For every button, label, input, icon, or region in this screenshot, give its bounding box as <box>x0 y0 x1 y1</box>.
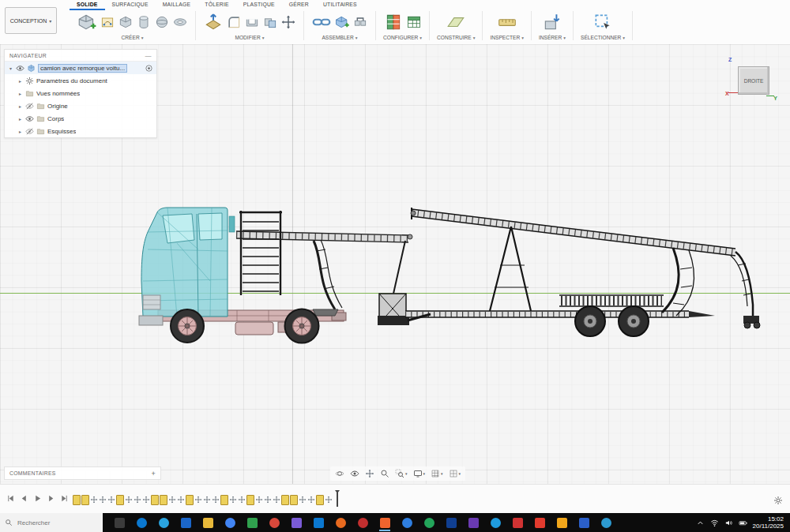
zoom-window-button[interactable]: ▾ <box>395 469 408 478</box>
eye-off-icon[interactable] <box>25 102 34 111</box>
timeline-feature-28[interactable] <box>307 494 315 505</box>
timeline-feature-23[interactable] <box>264 494 272 505</box>
navigator-header[interactable]: NAVIGATEUR — <box>5 50 156 62</box>
taskbar-app-8[interactable] <box>267 514 281 531</box>
taskbar-app-21[interactable] <box>555 514 569 531</box>
tree-caret-icon[interactable]: ▸ <box>17 78 23 84</box>
taskbar-app-1[interactable] <box>112 514 126 531</box>
torus-button[interactable] <box>172 14 188 30</box>
insert-button[interactable] <box>542 12 562 32</box>
taskbar-app-23[interactable] <box>599 514 613 531</box>
press-pull-button[interactable] <box>203 12 224 32</box>
group-label-s-lectionner[interactable]: SÉLECTIONNER▾ <box>581 35 625 40</box>
taskbar-app-20[interactable] <box>532 514 547 531</box>
taskbar-app-16[interactable] <box>444 514 458 531</box>
collapse-icon[interactable]: — <box>145 52 152 59</box>
navigator-item-esquisses[interactable]: ▸Esquisses <box>5 125 156 137</box>
step-back-button[interactable] <box>20 494 28 503</box>
group-label-cr-er[interactable]: CRÉER▾ <box>122 35 144 40</box>
taskbar-app-10[interactable] <box>311 514 325 531</box>
tab-plastique[interactable]: PLASTIQUE <box>236 0 282 10</box>
taskbar-app-14[interactable] <box>400 514 414 531</box>
workspace-selector[interactable]: CONCEPTION ▾ <box>5 7 57 34</box>
timeline-feature-26[interactable] <box>290 494 298 505</box>
timeline-feature-10[interactable] <box>151 494 159 505</box>
viewport-canvas[interactable]: NAVIGATEUR — ▾camion avec remorque voitu… <box>0 44 790 484</box>
navigator-item-vues-nomm-es[interactable]: ▸Vues nommées <box>5 87 156 99</box>
skip-start-button[interactable] <box>6 494 15 503</box>
taskbar-clock[interactable]: 15:02 20/11/2025 <box>753 515 784 530</box>
taskbar-app-5[interactable] <box>201 514 215 531</box>
tray-overflow-icon[interactable] <box>696 519 705 527</box>
group-label-inspecter[interactable]: INSPECTER▾ <box>490 35 524 40</box>
group-label-ins-rer[interactable]: INSÉRER▾ <box>539 35 566 40</box>
eye-icon[interactable] <box>16 64 24 73</box>
timeline-feature-18[interactable] <box>220 494 228 505</box>
pan-button[interactable] <box>365 469 374 478</box>
volume-icon[interactable] <box>724 519 733 527</box>
timeline-feature-24[interactable] <box>273 494 280 505</box>
timeline-feature-20[interactable] <box>238 494 246 505</box>
timeline-feature-4[interactable] <box>99 494 107 505</box>
joint-button[interactable] <box>311 12 332 32</box>
timeline-feature-19[interactable] <box>229 494 237 505</box>
add-comment-icon[interactable]: + <box>151 470 156 478</box>
activate-component-radio-icon[interactable] <box>145 64 153 73</box>
group-label-assembler[interactable]: ASSEMBLER▾ <box>322 35 357 40</box>
taskbar-app-7[interactable] <box>245 514 259 531</box>
eye-off-icon[interactable] <box>25 127 34 136</box>
group-label-configurer[interactable]: CONFIGURER▾ <box>383 35 422 40</box>
play-button[interactable] <box>33 494 42 503</box>
timeline-feature-8[interactable] <box>134 494 141 505</box>
tree-caret-icon[interactable]: ▸ <box>17 129 23 134</box>
config-table-button[interactable] <box>406 14 422 30</box>
rigid-group-button[interactable] <box>352 14 368 30</box>
move-button[interactable] <box>280 14 296 30</box>
step-forward-button[interactable] <box>47 494 55 503</box>
look-at-button[interactable] <box>350 469 359 478</box>
display-settings-button[interactable]: ▾ <box>413 469 426 478</box>
timeline-feature-27[interactable] <box>299 494 307 505</box>
comments-bar[interactable]: COMMENTAIRES + <box>4 466 161 480</box>
timeline-feature-16[interactable] <box>203 494 211 505</box>
tab-g-rer[interactable]: GÉRER <box>282 0 316 10</box>
configuration-button[interactable] <box>383 12 404 32</box>
timeline-feature-6[interactable] <box>116 494 124 505</box>
new-component-button[interactable] <box>334 14 350 30</box>
taskbar-app-18[interactable] <box>488 514 502 531</box>
taskbar-app-13[interactable] <box>378 514 392 531</box>
timeline-feature-11[interactable] <box>160 494 167 505</box>
navigator-item-param-tres-du-document[interactable]: ▸Paramètres du document <box>5 74 156 87</box>
cylinder-button[interactable] <box>136 14 152 30</box>
timeline-feature-12[interactable] <box>168 494 176 505</box>
plane-button[interactable] <box>446 12 466 32</box>
timeline-feature-7[interactable] <box>125 494 133 505</box>
tree-caret-icon[interactable]: ▸ <box>17 116 23 122</box>
wifi-icon[interactable] <box>710 519 719 527</box>
timeline-feature-13[interactable] <box>177 494 185 505</box>
timeline-feature-30[interactable] <box>325 494 333 505</box>
timeline-feature-29[interactable] <box>316 494 324 505</box>
new-body-button[interactable] <box>77 12 97 32</box>
select-button[interactable] <box>592 12 613 32</box>
navigator-item-corps[interactable]: ▸Corps <box>5 112 156 125</box>
shell-button[interactable] <box>244 14 260 30</box>
timeline-position-marker[interactable] <box>337 493 338 507</box>
group-label-modifier[interactable]: MODIFIER▾ <box>235 35 264 40</box>
timeline-feature-17[interactable] <box>212 494 220 505</box>
zoom-button[interactable] <box>380 469 389 478</box>
tab-surfacique[interactable]: SURFACIQUE <box>105 0 156 10</box>
taskbar-app-6[interactable] <box>223 514 237 531</box>
skip-end-button[interactable] <box>60 494 69 503</box>
timeline-settings-gear-icon[interactable] <box>773 494 783 504</box>
timeline-feature-21[interactable] <box>246 494 254 505</box>
timeline-feature-9[interactable] <box>142 494 150 505</box>
taskbar-app-17[interactable] <box>466 514 480 531</box>
timeline-feature-2[interactable] <box>81 494 89 505</box>
taskbar-app-12[interactable] <box>356 514 370 531</box>
orbit-button[interactable] <box>335 469 344 478</box>
taskbar-app-11[interactable] <box>333 514 348 531</box>
tree-caret-icon[interactable]: ▸ <box>17 91 23 96</box>
tab-solide[interactable]: SOLIDE <box>70 0 105 10</box>
battery-icon[interactable] <box>739 519 747 527</box>
